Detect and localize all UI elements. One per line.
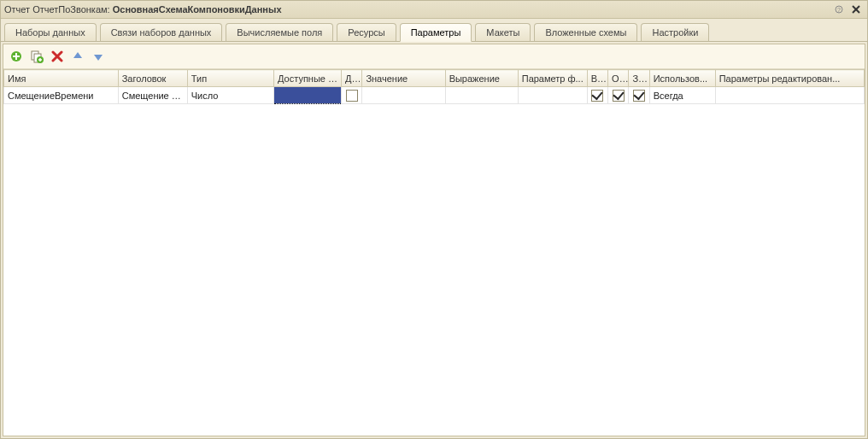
col-value[interactable]: Значение [362,70,445,87]
parameters-table: Имя Заголовок Тип Доступные з... Д... Зн… [3,69,865,104]
help-button[interactable]: ? [831,3,847,16]
tab-layouts[interactable]: Макеты [475,23,531,42]
col-d[interactable]: Д... [342,70,362,87]
col-format-param[interactable]: Параметр ф... [518,70,587,87]
cell-expression[interactable] [445,87,518,104]
title-prefix: Отчет ОтчетПоЗвонкам: [4,4,113,15]
col-type[interactable]: Тип [187,70,273,87]
cell-usage[interactable]: Всегда [649,87,715,104]
col-name[interactable]: Имя [4,70,119,87]
tabstrip: Наборы данных Связи наборов данных Вычис… [1,19,867,42]
tab-calculated-fields[interactable]: Вычисляемые поля [226,23,333,42]
tab-nested-schemas[interactable]: Вложенные схемы [534,23,637,42]
tab-parameters[interactable]: Параметры [400,23,472,42]
content-panel: Имя Заголовок Тип Доступные з... Д... Зн… [3,44,865,436]
delete-icon[interactable] [50,49,65,64]
cell-caption[interactable]: Смещение в... [118,87,187,104]
table-header: Имя Заголовок Тип Доступные з... Д... Зн… [4,70,865,87]
svg-marker-14 [73,52,82,58]
window-title: Отчет ОтчетПоЗвонкам: ОсновнаяСхемаКомпо… [4,4,282,15]
table-body: СмещениеВремени Смещение в... Число Всег… [4,87,865,104]
checkbox-o[interactable] [613,90,625,102]
move-up-icon[interactable] [70,49,85,64]
move-down-icon[interactable] [91,49,106,64]
window: Отчет ОтчетПоЗвонкам: ОсновнаяСхемаКомпо… [0,0,868,439]
table-area[interactable]: Имя Заголовок Тип Доступные з... Д... Зн… [3,69,865,436]
svg-marker-15 [94,55,103,61]
add-icon[interactable] [9,49,24,64]
cell-d[interactable] [342,87,362,104]
tab-resources[interactable]: Ресурсы [337,23,396,42]
col-edit-params[interactable]: Параметры редактирован... [715,70,864,87]
col-available[interactable]: Доступные з... [274,70,342,87]
copy-icon[interactable] [29,49,44,64]
col-z[interactable]: З... [629,70,649,87]
tab-data-sets[interactable]: Наборы данных [4,23,97,42]
toolbar [3,44,865,69]
table-row[interactable]: СмещениеВремени Смещение в... Число Всег… [4,87,865,104]
cell-value[interactable] [362,87,445,104]
titlebar: Отчет ОтчетПоЗвонкам: ОсновнаяСхемаКомпо… [1,1,867,19]
header-row: Имя Заголовок Тип Доступные з... Д... Зн… [4,70,865,87]
col-o[interactable]: О... [608,70,629,87]
cell-edit-params[interactable] [715,87,864,104]
col-caption[interactable]: Заголовок [118,70,187,87]
cell-o[interactable] [608,87,629,104]
cell-name[interactable]: СмещениеВремени [4,87,119,104]
close-button[interactable] [848,3,864,16]
col-usage[interactable]: Использов... [649,70,715,87]
col-expression[interactable]: Выражение [445,70,518,87]
cell-z[interactable] [629,87,649,104]
tab-settings[interactable]: Настройки [641,23,709,42]
checkbox-d[interactable] [346,90,358,102]
cell-format-param[interactable] [518,87,587,104]
checkbox-v[interactable] [591,90,603,102]
cell-type[interactable]: Число [187,87,273,104]
cell-v[interactable] [587,87,607,104]
title-object: ОсновнаяСхемаКомпоновкиДанных [113,4,282,15]
col-v[interactable]: В... [587,70,607,87]
svg-text:?: ? [837,7,841,13]
tab-data-set-links[interactable]: Связи наборов данных [100,23,223,42]
cell-available[interactable] [274,87,342,104]
checkbox-z[interactable] [633,90,645,102]
